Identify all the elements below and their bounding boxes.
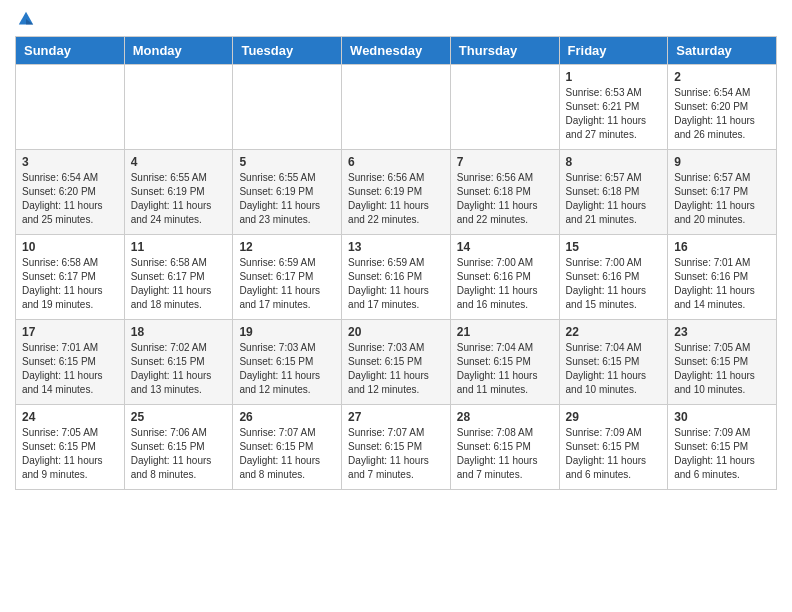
calendar-cell: 23Sunrise: 7:05 AMSunset: 6:15 PMDayligh… (668, 320, 777, 405)
day-info: Sunrise: 7:06 AMSunset: 6:15 PMDaylight:… (131, 426, 227, 482)
day-info: Sunrise: 7:09 AMSunset: 6:15 PMDaylight:… (566, 426, 662, 482)
calendar-week-row: 3Sunrise: 6:54 AMSunset: 6:20 PMDaylight… (16, 150, 777, 235)
calendar-cell: 11Sunrise: 6:58 AMSunset: 6:17 PMDayligh… (124, 235, 233, 320)
calendar-cell: 1Sunrise: 6:53 AMSunset: 6:21 PMDaylight… (559, 65, 668, 150)
day-info: Sunrise: 7:03 AMSunset: 6:15 PMDaylight:… (239, 341, 335, 397)
day-info: Sunrise: 6:56 AMSunset: 6:18 PMDaylight:… (457, 171, 553, 227)
day-number: 3 (22, 155, 118, 169)
weekday-header-tuesday: Tuesday (233, 37, 342, 65)
weekday-header-saturday: Saturday (668, 37, 777, 65)
day-number: 16 (674, 240, 770, 254)
calendar-cell: 15Sunrise: 7:00 AMSunset: 6:16 PMDayligh… (559, 235, 668, 320)
day-number: 2 (674, 70, 770, 84)
logo (15, 10, 35, 28)
calendar-cell: 6Sunrise: 6:56 AMSunset: 6:19 PMDaylight… (342, 150, 451, 235)
day-number: 14 (457, 240, 553, 254)
day-info: Sunrise: 7:04 AMSunset: 6:15 PMDaylight:… (457, 341, 553, 397)
day-info: Sunrise: 6:55 AMSunset: 6:19 PMDaylight:… (131, 171, 227, 227)
page: SundayMondayTuesdayWednesdayThursdayFrid… (0, 0, 792, 505)
day-number: 17 (22, 325, 118, 339)
day-info: Sunrise: 7:01 AMSunset: 6:16 PMDaylight:… (674, 256, 770, 312)
calendar-cell: 9Sunrise: 6:57 AMSunset: 6:17 PMDaylight… (668, 150, 777, 235)
day-info: Sunrise: 6:57 AMSunset: 6:17 PMDaylight:… (674, 171, 770, 227)
day-number: 23 (674, 325, 770, 339)
calendar-cell: 26Sunrise: 7:07 AMSunset: 6:15 PMDayligh… (233, 405, 342, 490)
day-info: Sunrise: 6:54 AMSunset: 6:20 PMDaylight:… (674, 86, 770, 142)
calendar-cell: 13Sunrise: 6:59 AMSunset: 6:16 PMDayligh… (342, 235, 451, 320)
day-info: Sunrise: 7:04 AMSunset: 6:15 PMDaylight:… (566, 341, 662, 397)
calendar-cell (124, 65, 233, 150)
day-number: 7 (457, 155, 553, 169)
calendar-cell: 25Sunrise: 7:06 AMSunset: 6:15 PMDayligh… (124, 405, 233, 490)
day-number: 15 (566, 240, 662, 254)
calendar-cell: 2Sunrise: 6:54 AMSunset: 6:20 PMDaylight… (668, 65, 777, 150)
day-number: 9 (674, 155, 770, 169)
day-info: Sunrise: 6:57 AMSunset: 6:18 PMDaylight:… (566, 171, 662, 227)
weekday-header-sunday: Sunday (16, 37, 125, 65)
calendar-cell (233, 65, 342, 150)
calendar-cell: 10Sunrise: 6:58 AMSunset: 6:17 PMDayligh… (16, 235, 125, 320)
day-info: Sunrise: 7:05 AMSunset: 6:15 PMDaylight:… (674, 341, 770, 397)
calendar-cell: 17Sunrise: 7:01 AMSunset: 6:15 PMDayligh… (16, 320, 125, 405)
calendar-week-row: 17Sunrise: 7:01 AMSunset: 6:15 PMDayligh… (16, 320, 777, 405)
logo-icon (17, 10, 35, 28)
day-info: Sunrise: 6:53 AMSunset: 6:21 PMDaylight:… (566, 86, 662, 142)
day-number: 25 (131, 410, 227, 424)
day-info: Sunrise: 7:03 AMSunset: 6:15 PMDaylight:… (348, 341, 444, 397)
day-number: 22 (566, 325, 662, 339)
day-info: Sunrise: 6:55 AMSunset: 6:19 PMDaylight:… (239, 171, 335, 227)
day-number: 13 (348, 240, 444, 254)
calendar-week-row: 10Sunrise: 6:58 AMSunset: 6:17 PMDayligh… (16, 235, 777, 320)
day-number: 30 (674, 410, 770, 424)
calendar-cell (450, 65, 559, 150)
calendar-week-row: 24Sunrise: 7:05 AMSunset: 6:15 PMDayligh… (16, 405, 777, 490)
day-number: 11 (131, 240, 227, 254)
day-info: Sunrise: 7:02 AMSunset: 6:15 PMDaylight:… (131, 341, 227, 397)
day-number: 12 (239, 240, 335, 254)
calendar-table: SundayMondayTuesdayWednesdayThursdayFrid… (15, 36, 777, 490)
calendar-cell: 28Sunrise: 7:08 AMSunset: 6:15 PMDayligh… (450, 405, 559, 490)
calendar-cell: 30Sunrise: 7:09 AMSunset: 6:15 PMDayligh… (668, 405, 777, 490)
day-info: Sunrise: 7:07 AMSunset: 6:15 PMDaylight:… (239, 426, 335, 482)
calendar-cell: 4Sunrise: 6:55 AMSunset: 6:19 PMDaylight… (124, 150, 233, 235)
day-number: 28 (457, 410, 553, 424)
day-number: 10 (22, 240, 118, 254)
day-number: 20 (348, 325, 444, 339)
day-info: Sunrise: 7:08 AMSunset: 6:15 PMDaylight:… (457, 426, 553, 482)
weekday-header-wednesday: Wednesday (342, 37, 451, 65)
day-info: Sunrise: 6:59 AMSunset: 6:17 PMDaylight:… (239, 256, 335, 312)
calendar-cell: 3Sunrise: 6:54 AMSunset: 6:20 PMDaylight… (16, 150, 125, 235)
day-number: 27 (348, 410, 444, 424)
day-info: Sunrise: 7:00 AMSunset: 6:16 PMDaylight:… (566, 256, 662, 312)
day-number: 4 (131, 155, 227, 169)
weekday-header-row: SundayMondayTuesdayWednesdayThursdayFrid… (16, 37, 777, 65)
day-number: 1 (566, 70, 662, 84)
day-info: Sunrise: 6:58 AMSunset: 6:17 PMDaylight:… (22, 256, 118, 312)
weekday-header-friday: Friday (559, 37, 668, 65)
day-number: 18 (131, 325, 227, 339)
calendar-cell: 8Sunrise: 6:57 AMSunset: 6:18 PMDaylight… (559, 150, 668, 235)
calendar-cell: 7Sunrise: 6:56 AMSunset: 6:18 PMDaylight… (450, 150, 559, 235)
day-info: Sunrise: 7:00 AMSunset: 6:16 PMDaylight:… (457, 256, 553, 312)
day-number: 8 (566, 155, 662, 169)
calendar-week-row: 1Sunrise: 6:53 AMSunset: 6:21 PMDaylight… (16, 65, 777, 150)
calendar-cell: 12Sunrise: 6:59 AMSunset: 6:17 PMDayligh… (233, 235, 342, 320)
calendar-cell: 19Sunrise: 7:03 AMSunset: 6:15 PMDayligh… (233, 320, 342, 405)
day-info: Sunrise: 7:07 AMSunset: 6:15 PMDaylight:… (348, 426, 444, 482)
day-number: 6 (348, 155, 444, 169)
calendar-cell: 27Sunrise: 7:07 AMSunset: 6:15 PMDayligh… (342, 405, 451, 490)
calendar-cell: 29Sunrise: 7:09 AMSunset: 6:15 PMDayligh… (559, 405, 668, 490)
day-number: 29 (566, 410, 662, 424)
calendar-cell (16, 65, 125, 150)
day-info: Sunrise: 7:05 AMSunset: 6:15 PMDaylight:… (22, 426, 118, 482)
weekday-header-monday: Monday (124, 37, 233, 65)
calendar-cell: 20Sunrise: 7:03 AMSunset: 6:15 PMDayligh… (342, 320, 451, 405)
day-number: 24 (22, 410, 118, 424)
calendar-cell: 22Sunrise: 7:04 AMSunset: 6:15 PMDayligh… (559, 320, 668, 405)
day-info: Sunrise: 6:56 AMSunset: 6:19 PMDaylight:… (348, 171, 444, 227)
day-number: 21 (457, 325, 553, 339)
calendar-cell (342, 65, 451, 150)
day-info: Sunrise: 7:01 AMSunset: 6:15 PMDaylight:… (22, 341, 118, 397)
calendar-cell: 21Sunrise: 7:04 AMSunset: 6:15 PMDayligh… (450, 320, 559, 405)
day-number: 26 (239, 410, 335, 424)
